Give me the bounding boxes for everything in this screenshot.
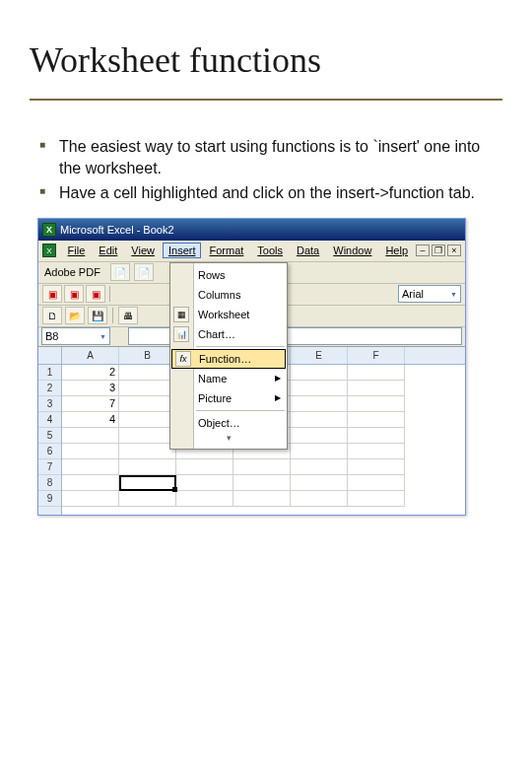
row-header[interactable]: 7 xyxy=(38,459,61,475)
worksheet-area: 1 2 3 4 5 6 7 8 9 A B C D E xyxy=(38,347,465,515)
menu-item-rows[interactable]: Rows xyxy=(170,265,287,285)
fx-icon: fx xyxy=(175,351,191,367)
open-icon[interactable]: 📂 xyxy=(65,307,85,324)
name-box[interactable]: B8 ▼ xyxy=(41,327,110,345)
menu-window[interactable]: Window xyxy=(327,243,377,258)
menu-insert[interactable]: Insert xyxy=(163,243,202,258)
save-icon[interactable]: 💾 xyxy=(88,307,107,324)
menu-separator xyxy=(196,346,285,347)
pdf-review-icon[interactable]: ▣ xyxy=(86,285,105,303)
row-header[interactable]: 9 xyxy=(38,491,61,507)
excel-app-icon: X xyxy=(42,223,56,237)
close-button[interactable]: × xyxy=(447,245,461,256)
row-header[interactable]: 1 xyxy=(38,365,61,381)
menu-separator xyxy=(196,410,285,411)
col-header[interactable]: F xyxy=(348,347,405,364)
chevron-right-icon: ▶ xyxy=(275,374,281,383)
menu-item-worksheet[interactable]: ▦Worksheet xyxy=(170,305,287,324)
titlebar: X Microsoft Excel - Book2 xyxy=(38,219,465,241)
separator xyxy=(112,308,113,323)
chevron-down-icon: ▼ xyxy=(450,291,457,298)
col-header[interactable]: B xyxy=(119,347,176,364)
row-header[interactable]: 4 xyxy=(38,412,61,428)
menu-item-chart[interactable]: 📊Chart… xyxy=(170,324,287,344)
menu-edit[interactable]: Edit xyxy=(93,243,123,258)
row-header[interactable]: 5 xyxy=(38,428,61,444)
row-header[interactable]: 8 xyxy=(38,475,61,491)
insert-dropdown-menu: Rows Columns ▦Worksheet 📊Chart… fxFuncti… xyxy=(169,262,288,450)
name-box-value: B8 xyxy=(45,330,58,342)
cell[interactable]: 3 xyxy=(62,381,119,396)
chevron-down-icon: ▼ xyxy=(100,333,106,340)
menu-help[interactable]: Help xyxy=(379,243,414,258)
menu-item-object[interactable]: Object… xyxy=(170,413,287,433)
chevron-right-icon: ▶ xyxy=(275,393,281,402)
pdf-email-icon[interactable]: ▣ xyxy=(64,285,84,303)
select-all-corner[interactable] xyxy=(38,347,61,365)
col-header[interactable]: A xyxy=(62,347,119,364)
bullet-1: The easiest way to start using functions… xyxy=(39,136,502,178)
bullet-2: Have a cell highlighted and click on the… xyxy=(39,182,502,204)
cell[interactable]: 4 xyxy=(62,412,119,428)
cell[interactable]: 7 xyxy=(62,396,119,412)
menu-item-columns[interactable]: Columns xyxy=(170,285,287,305)
cell[interactable]: 2 xyxy=(62,365,119,381)
slide-title: Worksheet functions xyxy=(30,39,502,81)
menu-expand-chevron[interactable]: ▾ xyxy=(170,433,287,447)
menu-view[interactable]: View xyxy=(125,243,161,258)
menu-item-picture[interactable]: Picture▶ xyxy=(170,388,287,408)
menu-data[interactable]: Data xyxy=(291,243,325,258)
window-controls: – ❐ × xyxy=(416,245,461,256)
excel-window: X Microsoft Excel - Book2 X File Edit Vi… xyxy=(37,218,466,516)
excel-doc-icon: X xyxy=(42,244,56,257)
pdf-convert-icon[interactable]: ▣ xyxy=(42,285,62,303)
new-icon[interactable]: 🗋 xyxy=(42,307,62,324)
row-header[interactable]: 6 xyxy=(38,444,61,459)
menu-item-name[interactable]: Name▶ xyxy=(170,369,287,388)
slide: Worksheet functions The easiest way to s… xyxy=(0,0,532,545)
restore-button[interactable]: ❐ xyxy=(432,245,445,256)
menu-item-function[interactable]: fxFunction… xyxy=(171,349,286,369)
separator xyxy=(109,286,110,302)
pdf-button-1[interactable]: 📄 xyxy=(110,263,130,281)
chart-icon: 📊 xyxy=(173,326,189,342)
print-icon[interactable]: 🖶 xyxy=(118,307,138,324)
font-name-combo[interactable]: Arial ▼ xyxy=(398,285,461,303)
menu-tools[interactable]: Tools xyxy=(251,243,289,258)
menu-file[interactable]: File xyxy=(62,243,92,258)
adobe-pdf-label: Adobe PDF xyxy=(44,266,100,278)
pdf-button-2[interactable]: 📄 xyxy=(134,263,154,281)
font-name-value: Arial xyxy=(402,288,424,300)
menubar: X File Edit View Insert Format Tools Dat… xyxy=(38,241,465,262)
bullet-list: The easiest way to start using functions… xyxy=(30,136,502,204)
row-header[interactable]: 2 xyxy=(38,381,61,396)
title-underline xyxy=(30,99,502,101)
menu-format[interactable]: Format xyxy=(203,243,249,258)
row-header[interactable]: 3 xyxy=(38,396,61,412)
minimize-button[interactable]: – xyxy=(416,245,430,256)
window-title: Microsoft Excel - Book2 xyxy=(60,224,174,236)
row-headers: 1 2 3 4 5 6 7 8 9 xyxy=(38,347,62,515)
col-header[interactable]: E xyxy=(291,347,348,364)
worksheet-icon: ▦ xyxy=(173,307,189,322)
